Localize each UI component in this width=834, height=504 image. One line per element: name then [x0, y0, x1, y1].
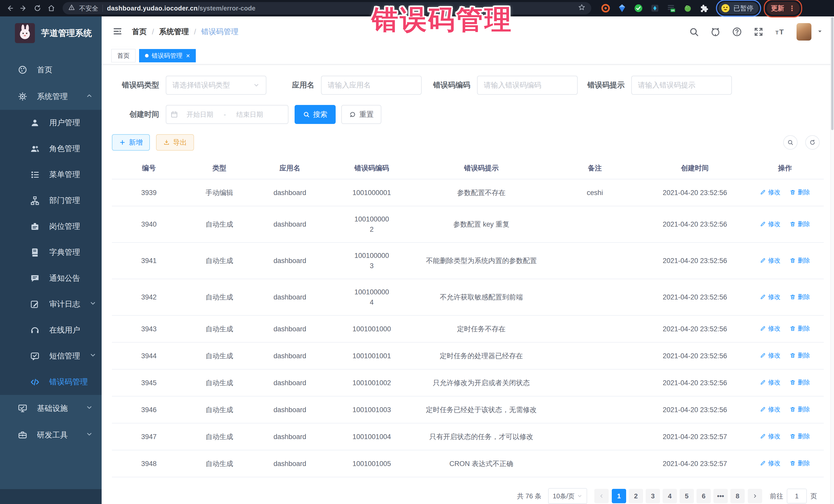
gem-extension-icon[interactable] [617, 3, 627, 13]
back-icon[interactable] [4, 2, 16, 14]
page-button-3[interactable]: 3 [646, 489, 660, 503]
id-badge-icon [30, 221, 40, 232]
mascot-extension-icon[interactable] [683, 3, 693, 13]
breadcrumb-home[interactable]: 首页 [132, 27, 147, 37]
delete-link[interactable]: 删除 [790, 292, 810, 302]
sidebar-collapse-bar[interactable] [0, 489, 102, 504]
grid-extension-icon[interactable] [650, 3, 660, 13]
reset-button[interactable]: 重置 [341, 105, 381, 124]
font-size-icon[interactable]: TT [775, 27, 785, 37]
security-label[interactable]: 不安全 [79, 4, 98, 13]
ubuntu-extension-icon[interactable] [600, 3, 611, 13]
page-scrollbar[interactable] [830, 17, 834, 504]
user-avatar[interactable] [796, 23, 811, 41]
page-button-5[interactable]: 5 [680, 489, 694, 503]
sidebar-item-system-management[interactable]: 系统管理 [0, 83, 102, 110]
sidebar-item-menu-management[interactable]: 菜单管理 [0, 162, 102, 188]
app-name-input[interactable] [321, 76, 422, 95]
error-type-select[interactable]: 请选择错误码类型 [166, 76, 266, 95]
browser-update-button[interactable]: 更新 ⋮ [767, 2, 799, 15]
help-icon[interactable] [732, 27, 742, 37]
delete-link[interactable]: 删除 [790, 404, 810, 414]
search-button[interactable]: 搜索 [294, 105, 336, 124]
end-date-input[interactable] [229, 111, 270, 118]
tab-首页[interactable]: 首页 [111, 49, 135, 62]
sidebar-item-dict-management[interactable]: 字典管理 [0, 239, 102, 265]
sidebar-item-error-code-management[interactable]: 错误码管理 [0, 369, 102, 395]
edit-link[interactable]: 修改 [760, 350, 781, 360]
date-range-picker[interactable]: - [166, 105, 288, 124]
export-button[interactable]: 导出 [156, 134, 194, 151]
start-date-input[interactable] [179, 111, 221, 118]
sidebar-item-label: 通知公告 [49, 273, 93, 284]
delete-link[interactable]: 删除 [790, 323, 810, 334]
add-button[interactable]: 新增 [112, 134, 150, 151]
sidebar-item-online-users[interactable]: 在线用户 [0, 317, 102, 343]
sidebar-item-infrastructure[interactable]: 基础设施 [0, 395, 102, 422]
reload-icon[interactable] [31, 2, 44, 14]
address-bar[interactable]: 不安全 dashboard.yudao.iocoder.cn/system/er… [63, 2, 591, 14]
tab-错误码管理[interactable]: 错误码管理 × [139, 49, 196, 62]
search-icon[interactable] [689, 27, 699, 37]
puzzle-extension-icon[interactable] [699, 3, 709, 13]
page-button-1[interactable]: 1 [612, 489, 626, 503]
cell-time: 2021-04-20 23:52:57 [643, 450, 746, 477]
page-button-2[interactable]: 2 [629, 489, 643, 503]
sidebar-item-dev-tools[interactable]: 研发工具 [0, 422, 102, 448]
edit-link[interactable]: 修改 [760, 431, 781, 441]
edit-link[interactable]: 修改 [760, 404, 781, 414]
edit-link[interactable]: 修改 [760, 187, 781, 197]
browser-profile-chip[interactable]: 已暂停 [719, 2, 759, 14]
delete-link[interactable]: 删除 [790, 350, 810, 360]
delete-link[interactable]: 删除 [790, 431, 810, 441]
page-button-4[interactable]: 4 [663, 489, 677, 503]
page-size-select[interactable]: 10条/页 [548, 488, 587, 504]
bookmark-star-icon[interactable] [578, 4, 586, 13]
delete-link[interactable]: 删除 [790, 219, 810, 229]
menu-dots-icon[interactable]: ⋮ [788, 4, 795, 13]
home-icon[interactable] [45, 2, 58, 14]
edit-link[interactable]: 修改 [760, 377, 781, 388]
scrollbar-thumb[interactable] [831, 17, 833, 130]
error-hint-input[interactable] [631, 76, 732, 95]
goto-page-input[interactable] [787, 489, 807, 503]
sidebar-item-home[interactable]: 首页 [0, 57, 102, 83]
forward-icon[interactable] [18, 2, 30, 14]
page-button-8[interactable]: 8 [730, 489, 745, 503]
delete-link[interactable]: 删除 [790, 187, 810, 197]
check-extension-icon[interactable] [633, 3, 643, 13]
edit-link[interactable]: 修改 [760, 219, 781, 229]
caret-down-icon[interactable] [817, 28, 823, 35]
edit-link[interactable]: 修改 [760, 323, 781, 334]
delete-link[interactable]: 删除 [790, 458, 810, 468]
breadcrumb-system[interactable]: 系统管理 [159, 27, 189, 37]
sidebar-item-role-management[interactable]: 角色管理 [0, 136, 102, 162]
sidebar-item-sms-management[interactable]: 短信管理 [0, 343, 102, 369]
edit-icon [760, 460, 766, 466]
delete-link[interactable]: 删除 [790, 377, 810, 388]
goto-label: 前往 [770, 492, 783, 501]
fullscreen-icon[interactable] [753, 27, 764, 37]
error-code-input[interactable] [477, 76, 578, 95]
app-logo-row[interactable]: 芋道管理系统 [0, 17, 102, 50]
edit-link[interactable]: 修改 [760, 255, 781, 266]
edit-link[interactable]: 修改 [760, 458, 781, 468]
toggle-search-icon[interactable] [783, 135, 797, 150]
sidebar-item-notice-announcement[interactable]: 通知公告 [0, 265, 102, 291]
hamburger-icon[interactable] [112, 26, 123, 38]
github-icon[interactable] [710, 27, 721, 37]
delete-link[interactable]: 删除 [790, 255, 810, 266]
edit-link[interactable]: 修改 [760, 292, 781, 302]
more-pages-button[interactable]: ••• [714, 489, 728, 503]
refresh-icon[interactable] [805, 135, 820, 150]
sidebar-item-user-management[interactable]: 用户管理 [0, 110, 102, 136]
close-icon[interactable]: × [186, 52, 190, 59]
next-page-button[interactable] [748, 489, 762, 503]
sidebar-item-dept-management[interactable]: 部门管理 [0, 188, 102, 214]
list-extension-icon[interactable]: on [666, 3, 676, 13]
sidebar-item-audit-log[interactable]: 审计日志 [0, 291, 102, 317]
sidebar-item-post-management[interactable]: 岗位管理 [0, 214, 102, 239]
page-url[interactable]: dashboard.yudao.iocoder.cn/system/error-… [107, 5, 255, 12]
prev-page-button[interactable] [594, 489, 609, 503]
page-button-6[interactable]: 6 [697, 489, 711, 503]
